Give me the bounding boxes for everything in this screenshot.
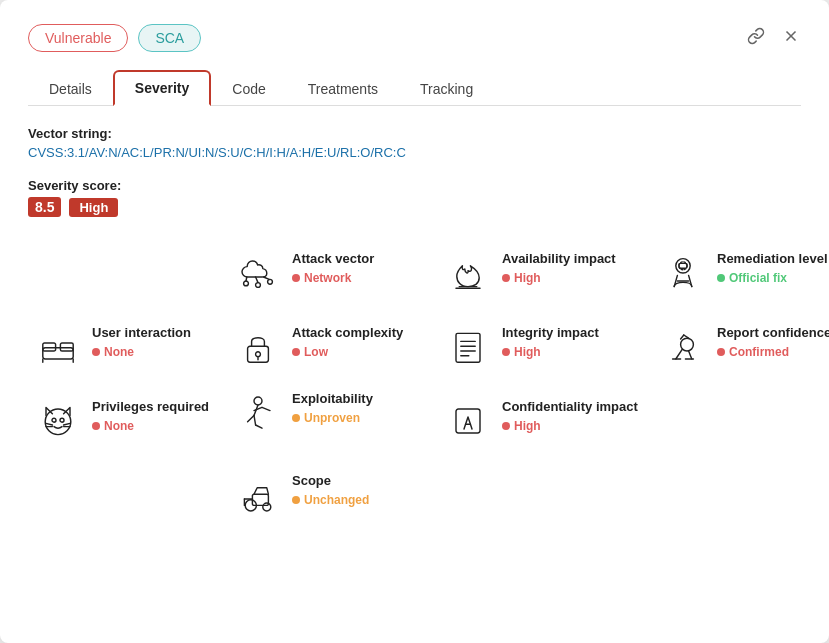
svg-rect-2: [43, 348, 73, 359]
scope-dot: [292, 496, 300, 504]
tab-severity[interactable]: Severity: [113, 70, 211, 106]
attack-complexity-name: Attack complexity: [292, 325, 403, 342]
exploitability-value: Unproven: [292, 411, 373, 425]
svg-line-24: [46, 423, 52, 425]
svg-line-45: [248, 415, 254, 421]
svg-line-48: [254, 415, 256, 425]
confidentiality-impact-name: Confidentiality impact: [502, 399, 638, 416]
vector-string-section: Vector string: CVSS:3.1/AV:N/AC:L/PR:N/U…: [28, 126, 801, 160]
scope-name: Scope: [292, 473, 369, 490]
sca-badge: SCA: [138, 24, 201, 52]
svg-line-10: [246, 277, 247, 281]
tab-code[interactable]: Code: [211, 70, 286, 106]
svg-line-47: [262, 407, 270, 410]
top-icons: [745, 25, 801, 52]
svg-line-11: [256, 277, 258, 283]
close-icon[interactable]: [781, 26, 801, 51]
report-confidence-name: Report confidence: [717, 325, 829, 342]
vector-string-value[interactable]: CVSS:3.1/AV:N/AC:L/PR:N/UI:N/S:U/C:H/I:H…: [28, 145, 801, 160]
integrity-impact-value: High: [502, 345, 599, 359]
report-confidence-value: Confirmed: [717, 345, 829, 359]
attack-complexity-value: Low: [292, 345, 403, 359]
metric-scope: Scope Unchanged: [228, 467, 438, 523]
tab-treatments[interactable]: Treatments: [287, 70, 399, 106]
user-interaction-name: User interaction: [92, 325, 191, 342]
svg-line-26: [64, 423, 70, 425]
integrity-impact-name: Integrity impact: [502, 325, 599, 342]
integrity-impact-text: Integrity impact High: [502, 325, 599, 359]
user-interaction-text: User interaction None: [92, 325, 191, 359]
svg-line-37: [676, 349, 682, 359]
privileges-required-dot: [92, 422, 100, 430]
metric-confidentiality-impact: Confidentiality impact High: [438, 393, 653, 449]
svg-rect-54: [456, 409, 480, 433]
exploitability-name: Exploitability: [292, 391, 373, 408]
metric-remediation-level: Remediation level Official fix: [653, 245, 829, 301]
severity-score-row: 8.5 High: [28, 197, 801, 217]
score-value: 8.5: [28, 197, 61, 217]
attack-vector-text: Attack vector Network: [292, 251, 374, 285]
severity-score-label: Severity score:: [28, 178, 801, 193]
metric-exploitability: Exploitability Unproven: [228, 385, 438, 449]
remediation-level-dot: [717, 274, 725, 282]
svg-point-15: [676, 259, 690, 273]
main-panel: Vulnerable SCA Details Severity Code Tre…: [0, 0, 829, 643]
badges-row: Vulnerable SCA: [28, 24, 801, 52]
exploitability-icon: [236, 391, 280, 435]
exploitability-dot: [292, 414, 300, 422]
metric-report-confidence: Report confidence Confirmed: [653, 319, 829, 375]
remediation-level-icon: [661, 251, 705, 295]
metric-attack-vector: Attack vector Network: [228, 245, 438, 301]
svg-line-46: [254, 407, 262, 410]
tab-details[interactable]: Details: [28, 70, 113, 106]
privileges-required-text: Privileges required None: [92, 399, 209, 433]
attack-complexity-text: Attack complexity Low: [292, 325, 403, 359]
report-confidence-dot: [717, 348, 725, 356]
user-interaction-value: None: [92, 345, 191, 359]
privileges-required-icon: [36, 399, 80, 443]
metric-user-interaction: User interaction None: [28, 319, 228, 375]
user-interaction-dot: [92, 348, 100, 356]
availability-impact-name: Availability impact: [502, 251, 616, 268]
svg-rect-3: [43, 343, 56, 351]
privileges-required-value: None: [92, 419, 209, 433]
remediation-level-text: Remediation level Official fix: [717, 251, 828, 285]
svg-point-21: [45, 409, 71, 435]
availability-impact-value: High: [502, 271, 616, 285]
confidentiality-impact-icon: [446, 399, 490, 443]
metric-integrity-impact: Integrity impact High: [438, 319, 653, 375]
remediation-level-value: Official fix: [717, 271, 828, 285]
report-confidence-icon: [661, 325, 705, 369]
attack-complexity-icon: [236, 325, 280, 369]
remediation-level-name: Remediation level: [717, 251, 828, 268]
severity-score-section: Severity score: 8.5 High: [28, 178, 801, 217]
confidentiality-impact-text: Confidentiality impact High: [502, 399, 638, 433]
svg-line-41: [681, 335, 684, 339]
confidentiality-impact-dot: [502, 422, 510, 430]
tab-tracking[interactable]: Tracking: [399, 70, 494, 106]
availability-impact-text: Availability impact High: [502, 251, 616, 285]
integrity-impact-dot: [502, 348, 510, 356]
svg-line-49: [256, 425, 262, 428]
attack-vector-icon: [236, 251, 280, 295]
link-icon[interactable]: [745, 25, 767, 52]
attack-complexity-dot: [292, 348, 300, 356]
attack-vector-name: Attack vector: [292, 251, 374, 268]
svg-line-40: [689, 351, 692, 359]
severity-level: High: [69, 198, 118, 217]
scope-text: Scope Unchanged: [292, 473, 369, 507]
availability-impact-dot: [502, 274, 510, 282]
svg-rect-31: [456, 333, 480, 362]
metric-availability-impact: Availability impact High: [438, 245, 653, 301]
svg-point-22: [52, 418, 56, 422]
confidentiality-impact-value: High: [502, 419, 638, 433]
report-confidence-text: Report confidence Confirmed: [717, 325, 829, 359]
attack-vector-dot: [292, 274, 300, 282]
svg-rect-16: [679, 263, 687, 268]
svg-rect-4: [60, 343, 73, 351]
privileges-required-name: Privileges required: [92, 399, 209, 416]
tabs-row: Details Severity Code Treatments Trackin…: [28, 70, 801, 106]
svg-line-12: [264, 277, 270, 279]
integrity-impact-icon: [446, 325, 490, 369]
svg-point-23: [60, 418, 64, 422]
